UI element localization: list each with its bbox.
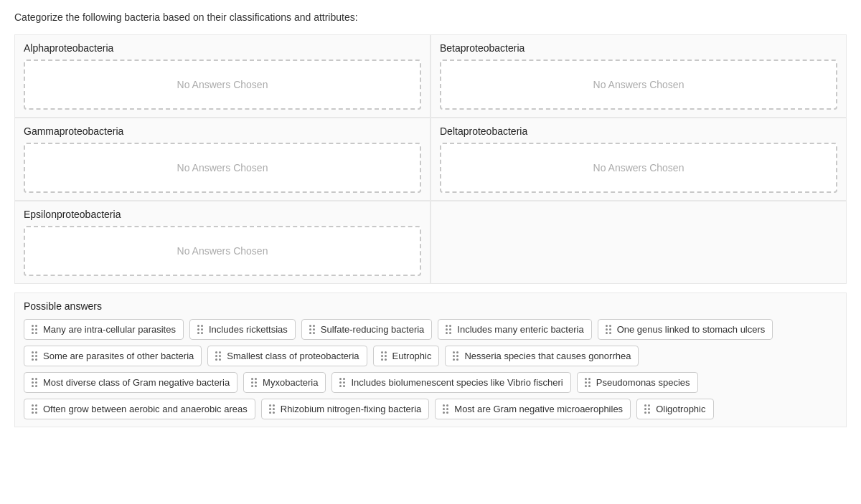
answer-chip[interactable]: Oligotrophic <box>636 399 713 419</box>
answer-chip-label: Eutrophic <box>392 351 432 361</box>
delta-label: Deltaproteobacteria <box>440 125 837 137</box>
answer-chip-label: Rhizobium nitrogen-fixing bacteria <box>281 404 422 414</box>
possible-answers-section: Possible answers Many are intra-cellular… <box>14 293 847 427</box>
answer-chip-label: Oligotrophic <box>656 404 705 414</box>
drag-handle-icon <box>269 404 276 414</box>
answer-chip[interactable]: Sulfate-reducing bacteria <box>301 319 433 340</box>
beta-dropzone[interactable]: No Answers Chosen <box>440 60 837 110</box>
answer-chip[interactable]: Includes rickettsias <box>189 319 296 340</box>
epsilon-label: Epsilonproteobacteria <box>24 209 421 220</box>
drag-handle-icon <box>644 404 651 414</box>
possible-answers-label: Possible answers <box>24 300 837 312</box>
gamma-label: Gammaproteobacteria <box>24 125 421 137</box>
drag-handle-icon <box>446 325 453 334</box>
answer-chip[interactable]: Often grow between aerobic and anaerobic… <box>24 399 255 419</box>
epsilon-section: Epsilonproteobacteria No Answers Chosen <box>14 201 430 284</box>
answer-chip[interactable]: Myxobacteria <box>243 372 326 393</box>
delta-section: Deltaproteobacteria No Answers Chosen <box>430 118 847 201</box>
drag-handle-icon <box>32 378 39 387</box>
answer-chip[interactable]: Pseudomonas species <box>577 372 698 393</box>
alpha-label: Alphaproteobacteria <box>24 42 421 54</box>
drag-handle-icon <box>585 378 592 387</box>
delta-placeholder: No Answers Chosen <box>593 162 684 173</box>
delta-dropzone[interactable]: No Answers Chosen <box>440 143 837 193</box>
epsilon-empty-right <box>430 201 847 284</box>
answer-chip-label: Smallest class of proteobacteria <box>227 351 359 361</box>
answer-chip[interactable]: Includes biolumenescent species like Vib… <box>331 372 570 393</box>
alpha-dropzone[interactable]: No Answers Chosen <box>24 60 421 110</box>
answer-chip-label: One genus linked to stomach ulcers <box>617 324 766 335</box>
drag-handle-icon <box>251 378 258 387</box>
answer-chip[interactable]: Smallest class of proteobacteria <box>207 346 367 366</box>
answers-container: Many are intra-cellular parasitesInclude… <box>24 319 837 419</box>
answer-chip-label: Often grow between aerobic and anaerobic… <box>43 404 248 414</box>
drag-handle-icon <box>32 325 39 334</box>
answer-chip-label: Some are parasites of other bacteria <box>43 351 194 361</box>
answer-chip-label: Sulfate-reducing bacteria <box>321 324 425 335</box>
drag-handle-icon <box>197 325 204 334</box>
beta-section: Betaproteobacteria No Answers Chosen <box>430 34 847 118</box>
gamma-placeholder: No Answers Chosen <box>177 162 268 173</box>
answer-chip[interactable]: Rhizobium nitrogen-fixing bacteria <box>261 399 430 419</box>
alpha-section: Alphaproteobacteria No Answers Chosen <box>14 34 430 118</box>
drag-handle-icon <box>606 325 613 334</box>
answer-chip[interactable]: Nesseria species that causes gonorrhea <box>445 346 639 366</box>
answer-chip-label: Nesseria species that causes gonorrhea <box>464 351 631 361</box>
beta-placeholder: No Answers Chosen <box>593 79 684 90</box>
drag-handle-icon <box>32 351 39 361</box>
gamma-section: Gammaproteobacteria No Answers Chosen <box>14 118 430 201</box>
drag-handle-icon <box>453 351 460 361</box>
answer-chip[interactable]: One genus linked to stomach ulcers <box>598 319 773 340</box>
answer-chip-label: Includes rickettsias <box>209 324 288 335</box>
drag-handle-icon <box>443 404 450 414</box>
drag-handle-icon <box>381 351 388 361</box>
beta-label: Betaproteobacteria <box>440 42 837 54</box>
answer-chip-label: Includes many enteric bacteria <box>457 324 583 335</box>
alpha-placeholder: No Answers Chosen <box>177 79 268 90</box>
answer-chip[interactable]: Most diverse class of Gram negative bact… <box>24 372 237 393</box>
answer-chip[interactable]: Includes many enteric bacteria <box>438 319 591 340</box>
answer-chip-label: Myxobacteria <box>263 377 318 388</box>
epsilon-placeholder: No Answers Chosen <box>177 245 268 257</box>
answer-chip-label: Many are intra-cellular parasites <box>43 324 176 335</box>
drag-handle-icon <box>309 325 316 334</box>
answer-chip-label: Pseudomonas species <box>596 377 690 388</box>
instructions-text: Categorize the following bacteria based … <box>14 11 847 23</box>
answer-chip[interactable]: Most are Gram negative microaerophiles <box>435 399 631 419</box>
page: Categorize the following bacteria based … <box>0 0 861 504</box>
answer-chip-label: Includes biolumenescent species like Vib… <box>351 377 563 388</box>
epsilon-dropzone[interactable]: No Answers Chosen <box>24 226 421 276</box>
drag-handle-icon <box>339 378 347 387</box>
answer-chip[interactable]: Many are intra-cellular parasites <box>24 319 184 340</box>
answer-chip-label: Most diverse class of Gram negative bact… <box>43 377 230 388</box>
answer-chip-label: Most are Gram negative microaerophiles <box>454 404 623 414</box>
answer-chip[interactable]: Some are parasites of other bacteria <box>24 346 202 366</box>
drag-handle-icon <box>215 351 222 361</box>
drag-handle-icon <box>32 404 39 414</box>
gamma-dropzone[interactable]: No Answers Chosen <box>24 143 421 193</box>
answer-chip[interactable]: Eutrophic <box>373 346 440 366</box>
